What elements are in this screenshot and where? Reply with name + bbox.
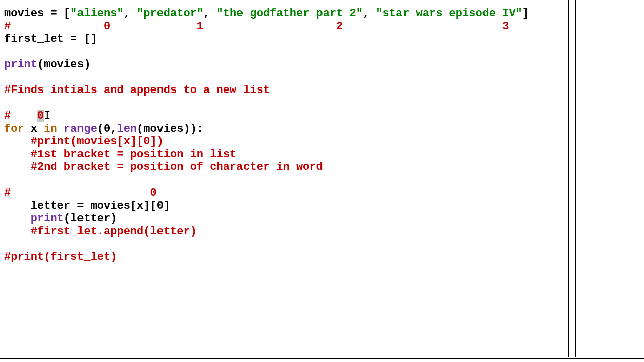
line-1-str4: "star wars episode IV" [376, 7, 522, 20]
builtin-len: len [117, 123, 137, 135]
line-2-comment: # 0 1 2 3 [4, 20, 509, 33]
panel-divider-bottom[interactable] [0, 358, 644, 359]
keyword-for: for [4, 123, 24, 135]
panel-divider-left[interactable] [568, 0, 569, 357]
keyword-in: in [44, 123, 57, 135]
line-1-var: movies [4, 7, 44, 20]
line-18-comment: #first_let.append(letter) [4, 225, 197, 238]
line-15-comment: # 0 [4, 187, 157, 199]
text-cursor-icon: I [44, 110, 50, 122]
line-17-print: print [31, 212, 64, 225]
line-5-args: (movies) [37, 58, 91, 71]
line-16-a: letter = movies[x][ [4, 200, 157, 212]
line-1-str2: "predator" [137, 7, 203, 20]
line-5-print: print [4, 58, 37, 71]
line-12-comment: #1st bracket = position in list [4, 148, 236, 161]
line-20-comment: #print(first_let) [4, 251, 117, 263]
line-1-eq: = [ [44, 7, 70, 20]
line-9-comment-hash: # [4, 110, 37, 122]
line-9-selected-zero: 0 [37, 110, 44, 122]
line-3: first_let = [] [4, 33, 97, 45]
panel-divider-right[interactable] [575, 0, 576, 357]
code-editor-viewport[interactable]: movies = ["aliens", "predator", "the god… [0, 0, 644, 362]
builtin-range: range [64, 123, 97, 135]
line-13-comment: #2nd bracket = position of character in … [4, 161, 323, 173]
line-1-str1: "aliens" [70, 7, 124, 20]
line-1-str3: "the godfather part 2" [217, 7, 363, 20]
code-content[interactable]: movies = ["aliens", "predator", "the god… [4, 7, 644, 263]
line-7-comment: #Finds intials and appends to a new list [4, 84, 270, 97]
line-11-comment: #print(movies[x][0]) [4, 135, 164, 148]
